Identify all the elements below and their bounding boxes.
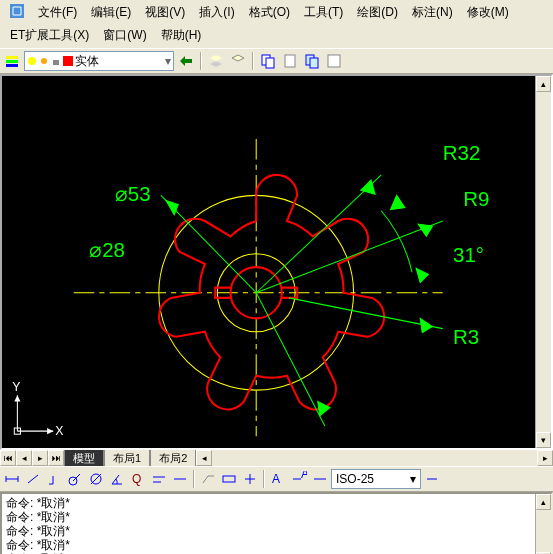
scroll-up-button[interactable]: ▴ — [536, 494, 551, 510]
vertical-scrollbar[interactable]: ▴ ▾ — [535, 76, 551, 448]
chevron-down-icon: ▾ — [410, 472, 416, 486]
layer-dropdown[interactable]: 实体 ▾ — [24, 51, 174, 71]
cmd-scrollbar[interactable]: ▴ ▾ — [535, 494, 551, 554]
ucs-icon: X Y — [12, 380, 63, 438]
tab-first-button[interactable]: ⏮ — [0, 450, 16, 466]
svg-line-20 — [256, 175, 381, 293]
dimension-toolbar: Q A A ISO-25 ▾ — [0, 466, 553, 492]
svg-rect-2 — [6, 60, 18, 63]
dim-baseline-button[interactable] — [149, 469, 169, 489]
dim-continue-button[interactable] — [170, 469, 190, 489]
dim-r3: R3 — [453, 325, 479, 348]
menu-draw[interactable]: 绘图(D) — [351, 2, 404, 23]
scroll-left-button[interactable]: ◂ — [196, 450, 212, 466]
menu-insert[interactable]: 插入(I) — [193, 2, 240, 23]
menu-tools[interactable]: 工具(T) — [298, 2, 349, 23]
dim-angular-button[interactable] — [107, 469, 127, 489]
layout-tab-row: ⏮ ◂ ▸ ⏭ 模型 布局1 布局2 ◂ ▸ — [0, 450, 553, 466]
layer-toolbar: 实体 ▾ — [0, 48, 553, 74]
cmd-history-line: 命令: *取消* — [6, 524, 531, 538]
svg-rect-6 — [53, 60, 59, 65]
dim-edit-button[interactable]: A — [268, 469, 288, 489]
dimstyle-dropdown[interactable]: ISO-25 ▾ — [331, 469, 421, 489]
menu-modify[interactable]: 修改(M) — [461, 2, 515, 23]
dim-d53: ⌀53 — [115, 182, 151, 205]
tab-layout1[interactable]: 布局1 — [104, 449, 150, 467]
dim-angle-31: 31° — [453, 243, 484, 266]
match-props-button[interactable] — [302, 51, 322, 71]
sun-icon — [39, 56, 49, 66]
app-icon — [4, 2, 30, 23]
drawing-area: R32 R9 31° R3 ⌀53 ⌀28 X Y ▴ ▾ — [0, 74, 553, 450]
cmd-history-line: 命令: *取消* — [6, 510, 531, 524]
chevron-down-icon: ▾ — [165, 54, 171, 68]
dim-linear-button[interactable] — [2, 469, 22, 489]
svg-rect-3 — [6, 64, 18, 67]
layer-manager-button[interactable] — [2, 51, 22, 71]
tolerance-button[interactable] — [219, 469, 239, 489]
dim-update-button[interactable] — [310, 469, 330, 489]
menu-file[interactable]: 文件(F) — [32, 2, 83, 23]
quick-dim-button[interactable]: Q — [128, 469, 148, 489]
svg-text:A: A — [301, 471, 307, 481]
menu-window[interactable]: 窗口(W) — [97, 25, 152, 46]
dim-d28: ⌀28 — [89, 238, 125, 261]
svg-text:A: A — [272, 472, 280, 486]
menu-edit[interactable]: 编辑(E) — [85, 2, 137, 23]
svg-line-22 — [289, 298, 443, 329]
svg-text:X: X — [55, 424, 63, 438]
menu-view[interactable]: 视图(V) — [139, 2, 191, 23]
leader-button[interactable] — [198, 469, 218, 489]
svg-rect-11 — [310, 58, 318, 68]
layers-icon[interactable] — [206, 51, 226, 71]
svg-rect-1 — [6, 56, 18, 59]
command-history: 命令: *取消* 命令: *取消* 命令: *取消* 命令: *取消* 命令: … — [0, 492, 553, 554]
svg-rect-0 — [10, 4, 24, 18]
svg-point-4 — [28, 57, 36, 65]
menu-help[interactable]: 帮助(H) — [155, 25, 208, 46]
copy-button[interactable] — [258, 51, 278, 71]
dimstyle-button[interactable] — [422, 469, 442, 489]
layer-previous-button[interactable] — [176, 51, 196, 71]
layer-states-button[interactable] — [228, 51, 248, 71]
lightbulb-icon — [27, 56, 37, 66]
svg-text:Q: Q — [132, 472, 141, 486]
horizontal-scrollbar[interactable]: ◂ ▸ — [196, 450, 553, 466]
layer-color-swatch — [63, 56, 73, 66]
tab-last-button[interactable]: ⏭ — [48, 450, 64, 466]
dim-r9: R9 — [463, 187, 489, 210]
svg-line-31 — [28, 475, 38, 483]
menu-format[interactable]: 格式(O) — [243, 2, 296, 23]
properties-button[interactable] — [324, 51, 344, 71]
scroll-right-button[interactable]: ▸ — [537, 450, 553, 466]
scroll-down-button[interactable]: ▾ — [536, 432, 551, 448]
tab-prev-button[interactable]: ◂ — [16, 450, 32, 466]
dim-text-edit-button[interactable]: A — [289, 469, 309, 489]
dim-radius-button[interactable] — [65, 469, 85, 489]
layer-name: 实体 — [75, 53, 99, 70]
menu-dimension[interactable]: 标注(N) — [406, 2, 459, 23]
svg-text:Y: Y — [12, 380, 20, 394]
drawing-canvas[interactable]: R32 R9 31° R3 ⌀53 ⌀28 X Y — [2, 76, 535, 448]
menu-bar: 文件(F) 编辑(E) 视图(V) 插入(I) 格式(O) 工具(T) 绘图(D… — [0, 0, 553, 48]
dim-diameter-button[interactable] — [86, 469, 106, 489]
svg-point-5 — [41, 58, 47, 64]
tab-layout2[interactable]: 布局2 — [150, 449, 196, 467]
svg-rect-12 — [328, 55, 340, 67]
tab-next-button[interactable]: ▸ — [32, 450, 48, 466]
svg-line-19 — [256, 293, 325, 426]
dim-r32: R32 — [443, 141, 481, 164]
dim-aligned-button[interactable] — [23, 469, 43, 489]
svg-rect-8 — [266, 58, 274, 68]
dim-ordinate-button[interactable] — [44, 469, 64, 489]
menu-express[interactable]: ET扩展工具(X) — [4, 25, 95, 46]
tab-model[interactable]: 模型 — [64, 449, 104, 467]
svg-rect-41 — [223, 476, 235, 482]
dimstyle-name: ISO-25 — [336, 472, 374, 486]
center-mark-button[interactable] — [240, 469, 260, 489]
lock-icon — [51, 56, 61, 66]
svg-rect-9 — [285, 55, 295, 67]
scroll-up-button[interactable]: ▴ — [536, 76, 551, 92]
svg-line-21 — [256, 221, 443, 293]
paste-button[interactable] — [280, 51, 300, 71]
